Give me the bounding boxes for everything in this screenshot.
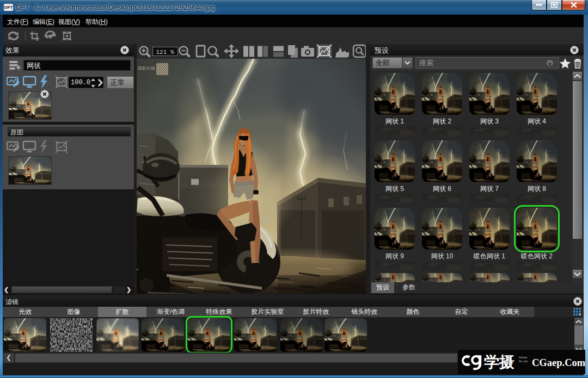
svg-text:for you: for you [519, 360, 528, 363]
svg-text:学摄: 学摄 [484, 354, 514, 370]
svg-text:CGaep.Com: CGaep.Com [532, 357, 585, 368]
svg-text:Artists: Artists [519, 356, 528, 359]
svg-text:121 %: 121 % [156, 49, 174, 55]
